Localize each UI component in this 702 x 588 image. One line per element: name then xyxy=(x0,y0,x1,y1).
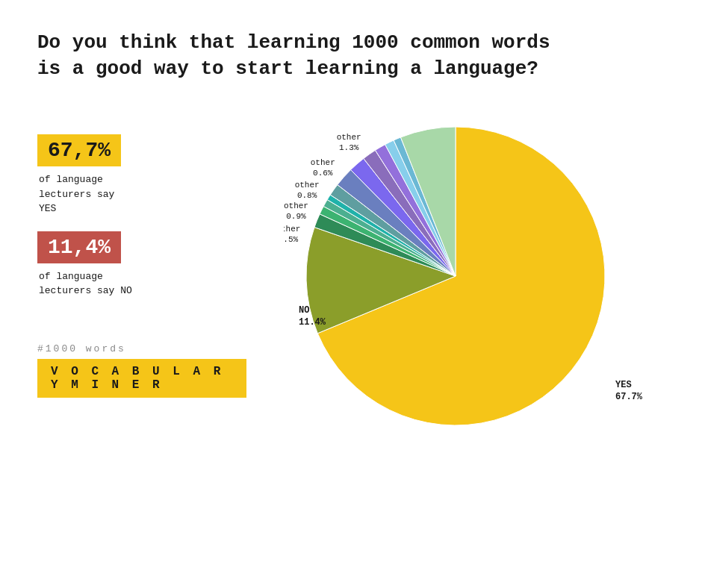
left-panel: 67,7% of languagelecturers sayYES 11,4% … xyxy=(37,104,246,398)
page-container: Do you think that learning 1000 common w… xyxy=(0,0,702,588)
pie-chart: other1.5%other0.9%other0.8%other0.6%othe… xyxy=(284,104,627,448)
no-description: of languagelecturers say NO xyxy=(37,269,246,298)
svg-text:other0.9%: other0.9% xyxy=(284,202,308,222)
svg-text:other1.3%: other1.3% xyxy=(337,133,361,152)
svg-text:other0.6%: other0.6% xyxy=(311,158,335,178)
yes-percent-badge: 67,7% xyxy=(37,134,121,166)
content-area: 67,7% of languagelecturers sayYES 11,4% … xyxy=(37,104,665,558)
yes-stat-block: 67,7% of languagelecturers sayYES xyxy=(37,134,246,216)
no-stat-block: 11,4% of languagelecturers say NO xyxy=(37,231,246,298)
hashtag-line: #1000 words xyxy=(37,343,246,354)
brand-badge: V O C A B U L A R Y M I N E R xyxy=(37,359,246,398)
no-percent-badge: 11,4% xyxy=(37,231,121,263)
yes-pie-label: YES67.7% xyxy=(615,380,642,403)
chart-area: other1.5%other0.9%other0.8%other0.6%othe… xyxy=(246,104,665,448)
svg-text:other0.8%: other0.8% xyxy=(295,181,320,200)
footer-section: #1000 words V O C A B U L A R Y M I N E … xyxy=(37,343,246,398)
pie-container: other1.5%other0.9%other0.8%other0.6%othe… xyxy=(284,104,627,448)
question-title: Do you think that learning 1000 common w… xyxy=(37,30,560,82)
svg-text:other1.5%: other1.5% xyxy=(284,225,300,244)
no-pie-label: NO11.4% xyxy=(299,305,326,328)
yes-description: of languagelecturers sayYES xyxy=(37,172,246,216)
brand-text: V O C A B U L A R Y M I N E R xyxy=(51,365,223,392)
